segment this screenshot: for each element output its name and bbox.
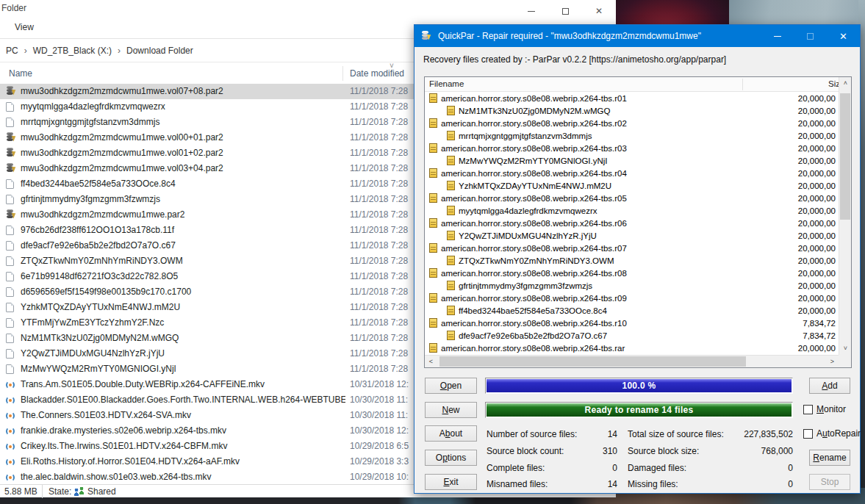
quickpar-file-row[interactable]: american.horror.story.s08e08.webrip.x264… <box>425 242 839 255</box>
quickpar-file-row[interactable]: mrrtqmjxgntggmjtgfstanzvm3dmmjs20,000,00 <box>425 130 839 143</box>
quickpar-file-name: ff4bed3244bae52f584e5a733OOce.8c4 <box>459 306 607 315</box>
vertical-scrollbar[interactable]: ˄ ˅ <box>839 77 851 355</box>
quickpar-file-row[interactable]: ff4bed3244bae52f584e5a733OOce.8c420,000,… <box>425 305 839 317</box>
quickpar-file-name: american.horror.story.s08e08.webrip.x264… <box>441 194 627 203</box>
explorer-maximize-button[interactable] <box>548 0 582 22</box>
new-button[interactable]: New <box>425 402 477 418</box>
explorer-close-button[interactable]: ✕ <box>582 0 616 22</box>
file-name: Blackadder.S01E00.Blackadder.Goes.Forth.… <box>21 395 345 405</box>
quickpar-file-name: NzM1MTk3NzU0Zjg0MDMyN2M.wMGQ <box>459 107 610 115</box>
monitor-label: Monitor <box>816 404 846 414</box>
quickpar-maximize-button[interactable] <box>794 25 827 47</box>
scroll-right-icon[interactable]: ˃ <box>826 356 839 368</box>
mkv-file-icon <box>6 473 15 482</box>
quickpar-file-row[interactable]: MzMwYWQzM2RmYTY0MGNlOGI.yNjI20,000,00 <box>425 155 839 168</box>
rename-button[interactable]: Rename <box>809 450 850 466</box>
file-name: 976cb26df238ff612OO1O13a178cb.11f <box>21 225 345 235</box>
scroll-down-icon[interactable]: ˅ <box>839 342 852 355</box>
file-name: dfe9acf7e92e6ba5b2e2fbd2O7a7O.c67 <box>21 240 345 251</box>
quickpar-titlebar[interactable]: QuickPar - Repair required - "mwu3odhkzd… <box>414 25 860 47</box>
quickpar-file-row[interactable]: american.horror.story.s08e08.webrip.x264… <box>425 143 839 155</box>
monitor-checkbox[interactable]: Monitor <box>803 404 846 414</box>
quickpar-file-size: 20,000,00 <box>798 194 836 203</box>
stat-value: 227,835,502 <box>744 429 793 439</box>
quickpar-file-row[interactable]: american.horror.story.s08e08.webrip.x264… <box>425 317 839 330</box>
quickpar-file-row[interactable]: myytqmlgga4dazlegfrdkmzvmqwezrx20,000,00 <box>425 205 839 217</box>
doc-file-icon <box>6 364 14 374</box>
breadcrumb-drive[interactable]: WD_2TB_Black (X:) <box>30 46 115 56</box>
horizontal-scroll-thumb[interactable] <box>439 356 746 367</box>
file-name: Trans.Am.S01E05.Double.Duty.WEBRip.x264-… <box>21 379 345 389</box>
status-progress-bar: Ready to rename 14 files <box>485 402 793 418</box>
quickpar-file-row[interactable]: american.horror.story.s08e08.webrip.x264… <box>425 93 839 105</box>
mkv-file-icon <box>6 458 15 467</box>
quickpar-file-row[interactable]: NzM1MTk3NzU0Zjg0MDMyN2M.wMGQ20,000,00 <box>425 105 839 118</box>
quickpar-file-row[interactable]: american.horror.story.s08e08.webrip.x264… <box>425 292 839 305</box>
quickpar-file-name: ZTQxZTkwNmY0ZmNhYmRiNDY3.OWM <box>459 256 614 265</box>
close-icon: ✕ <box>595 6 603 16</box>
breadcrumb-folder[interactable]: Download Folder <box>123 46 196 56</box>
quickpar-file-row[interactable]: american.horror.story.s08e08.webrip.x264… <box>425 118 839 130</box>
options-button[interactable]: Options <box>425 450 477 466</box>
quickpar-file-row[interactable]: ZTQxZTkwNmY0ZmNhYmRiNDY3.OWM20,000,00 <box>425 255 839 267</box>
file-date-modified: 11/1/2018 7:28 <box>350 194 408 204</box>
file-date-modified: 11/1/2018 7:28 <box>350 86 408 96</box>
vertical-scroll-thumb[interactable] <box>840 93 850 220</box>
menu-view[interactable]: View <box>15 22 34 32</box>
quickpar-file-name: american.horror.story.s08e08.webrip.x264… <box>441 319 627 328</box>
explorer-minimize-button[interactable] <box>514 0 548 22</box>
doc-file-icon <box>6 226 14 235</box>
quickpar-file-row[interactable]: gfrtinjtmmydmy3fgmzgmm3fzwmzjs20,000,00 <box>425 280 839 292</box>
autorepair-checkbox[interactable]: AutoRepair <box>803 428 861 439</box>
par2-block-file-icon <box>429 118 437 128</box>
doc-file-icon <box>6 272 14 281</box>
par2-block-file-icon <box>447 256 455 265</box>
column-header-size[interactable]: Size <box>828 79 839 88</box>
quickpar-file-name: american.horror.story.s08e08.webrip.x264… <box>441 344 625 353</box>
add-button[interactable]: Add <box>809 378 850 394</box>
file-date-modified: 11/1/2018 7:28 <box>350 117 408 127</box>
quickpar-file-row[interactable]: american.horror.story.s08e08.webrip.x264… <box>425 192 839 205</box>
column-header-filename[interactable]: Filename <box>429 79 464 88</box>
stat-value: 0 <box>588 463 617 473</box>
quickpar-file-row[interactable]: american.horror.story.s08e08.webrip.x264… <box>425 217 839 230</box>
par2-block-file-icon <box>429 293 437 303</box>
quickpar-minimize-button[interactable] <box>761 25 794 47</box>
checkbox-box[interactable] <box>803 429 813 439</box>
par2-block-file-icon <box>447 106 455 115</box>
column-header-name[interactable]: Name <box>9 68 32 79</box>
column-header-date-modified[interactable]: Date modified <box>350 68 404 79</box>
quickpar-app-icon <box>421 31 431 41</box>
scroll-left-icon[interactable]: ˂ <box>425 356 437 368</box>
quickpar-list-header: Filename Size <box>425 77 851 92</box>
file-name: The.Conners.S01E03.HDTV.x264-SVA.mkv <box>21 410 345 420</box>
quickpar-file-name: myytqmlgga4dazlegfrdkmzvmqwezrx <box>459 206 597 215</box>
breadcrumb-pc[interactable]: PC <box>3 46 21 56</box>
scroll-up-icon[interactable]: ˄ <box>839 77 852 90</box>
quickpar-file-row[interactable]: dfe9acf7e92e6ba5b2e2fbd2O7a7O.c677,834,7… <box>425 330 839 342</box>
quickpar-file-row[interactable]: american.horror.story.s08e08.webrip.x264… <box>425 342 839 355</box>
open-button[interactable]: Open <box>425 378 477 394</box>
doc-file-icon <box>6 118 14 127</box>
quickpar-file-row[interactable]: YzhkMTQxZDAyYTUxNmE4NWJ.mM2U20,000,00 <box>425 180 839 192</box>
quickpar-file-row[interactable]: american.horror.story.s08e08.webrip.x264… <box>425 168 839 180</box>
quickpar-file-row[interactable]: Y2QwZTJiMDUxMGU4NzlhYzR.jYjU20,000,00 <box>425 230 839 242</box>
stat-label: Misnamed files: <box>487 479 588 489</box>
quickpar-file-size: 20,000,00 <box>798 231 836 240</box>
file-name: d6596569ef5f1549f98e00135b9c170.c1700 <box>21 287 345 297</box>
quickpar-file-size: 20,000,00 <box>798 119 836 128</box>
quickpar-close-button[interactable]: ✕ <box>827 25 860 47</box>
quickpar-file-name: american.horror.story.s08e08.webrip.x264… <box>441 119 627 128</box>
horizontal-scrollbar[interactable]: ˂ ˃ <box>425 355 839 367</box>
par2-block-file-icon <box>429 193 437 203</box>
file-date-modified: 11/1/2018 7:28 <box>350 348 408 359</box>
file-date-modified: 11/1/2018 7:28 <box>350 163 408 173</box>
checkbox-box[interactable] <box>803 405 813 414</box>
about-button[interactable]: About <box>425 425 477 442</box>
file-date-modified: 11/1/2018 7:28 <box>350 240 408 251</box>
exit-button[interactable]: Exit <box>425 474 477 490</box>
file-name: mwu3odhkzdgzm2mzmdcwmu1mwe.vol03+04.par2 <box>21 163 345 173</box>
quickpar-file-size: 20,000,00 <box>798 256 836 265</box>
file-date-modified: 11/1/2018 7:28 <box>350 148 408 158</box>
quickpar-file-row[interactable]: american.horror.story.s08e08.webrip.x264… <box>425 267 839 280</box>
